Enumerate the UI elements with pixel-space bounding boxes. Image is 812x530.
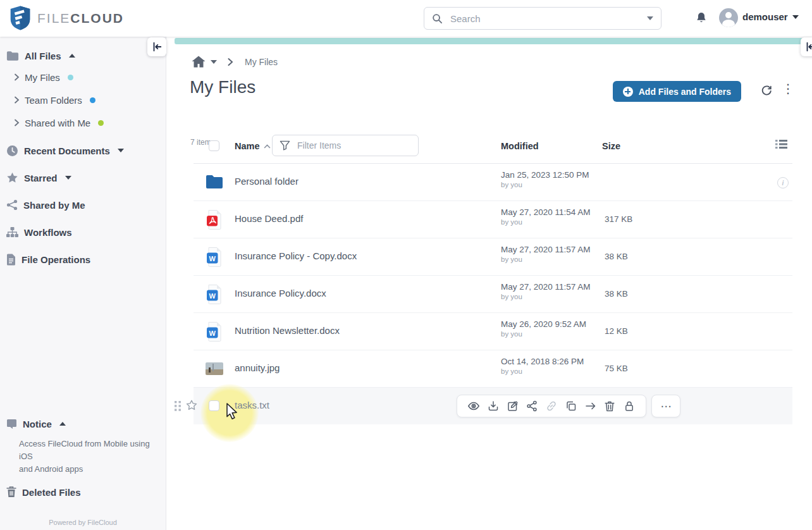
sidebar-item-workflows[interactable]: Workflows xyxy=(6,223,166,241)
modified-cell: May 27, 2020 11:57 AM by you xyxy=(501,245,591,263)
filecloud-app: FILECLOUD demouser xyxy=(0,0,812,530)
home-icon[interactable] xyxy=(192,56,206,68)
table-row-hovered[interactable]: tasks.txt xyxy=(194,388,792,424)
table-row[interactable]: W Nutrition Newsletter.docx May 26, 2020… xyxy=(194,313,792,350)
info-icon[interactable]: i xyxy=(777,177,789,188)
user-menu-caret-icon xyxy=(792,15,799,19)
refresh-button[interactable] xyxy=(760,85,773,97)
folder-icon xyxy=(6,51,19,61)
global-search xyxy=(424,7,661,30)
table-row[interactable]: annuity.jpg Oct 14, 2018 8:26 PM by you … xyxy=(194,350,792,388)
sidebar-item-team-folders[interactable]: Team Folders xyxy=(14,92,166,108)
sidebar-item-my-files[interactable]: My Files xyxy=(14,70,166,85)
table-row[interactable]: Personal folder Jan 25, 2023 12:50 PM by… xyxy=(194,164,792,201)
share-icon[interactable] xyxy=(526,400,538,412)
table-header: Name Modified Size xyxy=(194,128,792,164)
select-all-checkbox[interactable] xyxy=(209,140,219,151)
table-row[interactable]: W Insurance Policy - Copy.docx May 27, 2… xyxy=(194,238,792,276)
notifications-bell-icon[interactable] xyxy=(695,11,708,25)
sidebar-item-label: Workflows xyxy=(24,227,72,238)
sidebar-item-recent-documents[interactable]: Recent Documents xyxy=(6,142,166,159)
add-files-button[interactable]: Add Files and Folders xyxy=(613,81,741,102)
modified-cell: Oct 14, 2018 8:26 PM by you xyxy=(501,357,584,375)
page-title: My Files xyxy=(190,77,255,97)
chevron-right-icon xyxy=(14,96,20,104)
document-icon xyxy=(6,254,16,266)
word-file-icon: W xyxy=(204,313,225,350)
file-name-link[interactable]: annuity.jpg xyxy=(235,362,280,373)
chevron-down-icon xyxy=(118,149,124,152)
file-name-link[interactable]: Nutrition Newsletter.docx xyxy=(235,325,340,336)
filter-box xyxy=(272,135,419,156)
move-arrow-icon[interactable] xyxy=(584,400,597,412)
powered-by-label: Powered by FileCloud xyxy=(0,519,166,526)
status-dot-cyan xyxy=(68,75,73,80)
breadcrumb-home-caret-icon[interactable] xyxy=(211,60,217,64)
download-icon[interactable] xyxy=(487,400,500,412)
plus-circle-icon xyxy=(623,87,633,97)
sidebar-item-label: Starred xyxy=(24,173,58,183)
file-name-link[interactable]: House Deed.pdf xyxy=(235,213,303,224)
user-avatar[interactable] xyxy=(719,8,738,27)
size-cell: 317 KB xyxy=(605,214,632,224)
sidebar-item-starred[interactable]: Starred xyxy=(6,169,166,187)
accent-bar xyxy=(175,38,812,44)
filter-items-input[interactable] xyxy=(296,140,413,151)
filecloud-logo[interactable]: FILECLOUD xyxy=(9,5,124,31)
lock-icon[interactable] xyxy=(623,400,636,412)
row-checkbox[interactable] xyxy=(209,400,219,411)
status-dot-blue xyxy=(90,97,95,103)
sidebar-item-label: Notice xyxy=(23,419,52,429)
word-file-icon: W xyxy=(204,276,225,312)
search-input[interactable] xyxy=(449,13,641,25)
edit-icon[interactable] xyxy=(507,400,519,412)
user-menu[interactable]: demouser xyxy=(742,11,799,22)
sidebar-item-deleted-files[interactable]: Deleted Files xyxy=(6,483,166,501)
sidebar-item-label: File Operations xyxy=(22,254,90,265)
sidebar-collapse-button[interactable] xyxy=(147,37,166,56)
file-table: Name Modified Size xyxy=(194,128,792,424)
delete-trash-icon[interactable] xyxy=(603,400,616,412)
sidebar: All Files My Files Team Folders xyxy=(0,37,166,530)
workflow-icon xyxy=(6,227,18,238)
ellipsis-icon: ⋯ xyxy=(661,400,672,413)
drag-handle-icon[interactable] xyxy=(175,401,181,411)
status-dot-green xyxy=(98,120,104,126)
sidebar-item-shared-with-me[interactable]: Shared with Me xyxy=(14,115,166,130)
table-row[interactable]: House Deed.pdf May 27, 2020 11:54 AM by … xyxy=(194,201,792,238)
column-header-modified[interactable]: Modified xyxy=(501,141,539,151)
list-view-icon[interactable] xyxy=(775,139,787,149)
modified-cell: Jan 25, 2023 12:50 PM by you xyxy=(501,170,589,188)
breadcrumb-current[interactable]: My Files xyxy=(245,57,278,67)
collapse-right-icon xyxy=(804,41,812,52)
file-name-link[interactable]: tasks.txt xyxy=(235,400,269,410)
panel-collapse-button[interactable] xyxy=(801,37,812,56)
column-header-name[interactable]: Name xyxy=(235,141,271,151)
file-name-link[interactable]: Insurance Policy - Copy.docx xyxy=(235,250,357,261)
sidebar-item-label: Recent Documents xyxy=(24,145,110,156)
favorite-star-icon[interactable] xyxy=(186,400,197,410)
clock-icon xyxy=(6,145,18,157)
file-name-link[interactable]: Insurance Policy.docx xyxy=(235,288,326,299)
sidebar-item-file-operations[interactable]: File Operations xyxy=(6,250,166,268)
funnel-icon xyxy=(280,140,290,151)
sidebar-item-notice[interactable]: Notice xyxy=(6,415,166,433)
add-files-label: Add Files and Folders xyxy=(639,87,731,97)
sidebar-bottom-section: Notice Access FileCloud from Mobile usin… xyxy=(0,415,166,530)
sidebar-item-label: Shared by Me xyxy=(23,200,85,211)
column-header-size[interactable]: Size xyxy=(602,141,620,151)
preview-eye-icon[interactable] xyxy=(467,400,480,412)
table-row[interactable]: W Insurance Policy.docx May 27, 2020 11:… xyxy=(194,276,792,313)
chevron-right-icon xyxy=(14,119,20,126)
more-actions-button[interactable]: ⋯ xyxy=(651,395,680,417)
file-name-link[interactable]: Personal folder xyxy=(235,176,298,187)
sidebar-item-shared-by-me[interactable]: Shared by Me xyxy=(6,196,166,214)
search-scope-caret-icon[interactable] xyxy=(647,16,653,20)
sidebar-item-all-files[interactable]: All Files xyxy=(6,47,166,65)
chevron-down-icon xyxy=(65,176,71,180)
link-icon[interactable] xyxy=(545,400,558,412)
copy-icon[interactable] xyxy=(565,400,577,412)
svg-text:W: W xyxy=(209,292,216,300)
share-icon xyxy=(6,199,18,211)
more-options-button[interactable]: ⋮ xyxy=(782,82,794,95)
